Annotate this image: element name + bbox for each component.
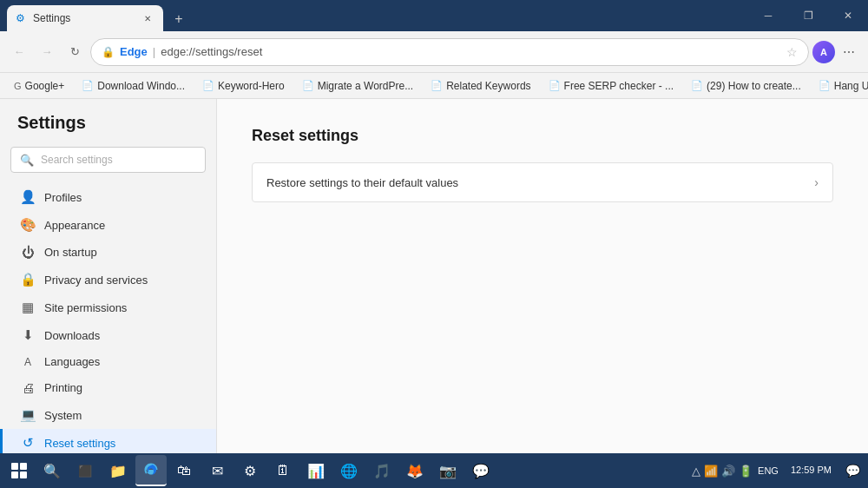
calendar-button[interactable]: 🗓 (267, 455, 299, 486)
restore-button[interactable]: ❐ (788, 0, 828, 31)
sidebar-item-label: On startup (44, 246, 97, 259)
more-options-button[interactable]: ⋯ (837, 40, 861, 64)
file-explorer-icon: 📁 (109, 463, 127, 479)
sidebar-item-appearance[interactable]: 🎨 Appearance (0, 211, 216, 239)
bookmark-migrate-wordpress[interactable]: 📄 Migrate a WordPre... (295, 78, 420, 94)
volume-icon[interactable]: 🔊 (721, 465, 735, 478)
bookmark-google-plus[interactable]: G Google+ (7, 78, 71, 94)
edge-icon (142, 461, 160, 478)
profile-avatar[interactable]: A (812, 41, 835, 63)
bookmark-download-windows[interactable]: 📄 Download Windo... (75, 78, 192, 94)
sidebar-item-site-permissions[interactable]: ▦ Site permissions (0, 293, 216, 321)
search-taskbar-button[interactable]: 🔍 (36, 455, 68, 486)
bookmark-label: (29) How to create... (707, 80, 801, 92)
sidebar-item-label: System (44, 409, 82, 422)
messenger-button[interactable]: 💬 (465, 455, 496, 486)
tab-close-button[interactable]: ✕ (141, 11, 155, 25)
battery-icon[interactable]: 🔋 (739, 465, 753, 478)
bookmark-keyword-hero[interactable]: 📄 Keyword-Hero (195, 78, 292, 94)
firefox-button[interactable]: 🦊 (399, 455, 431, 486)
bookmark-serp-checker[interactable]: 📄 Free SERP checker - ... (542, 78, 681, 94)
downloads-icon: ⬇ (20, 327, 36, 343)
camera-button[interactable]: 📷 (432, 455, 464, 486)
bookmark-icon: 📄 (202, 80, 214, 91)
refresh-button[interactable]: ↻ (62, 40, 87, 64)
address-separator: | (153, 45, 155, 58)
task-view-icon: ⬛ (78, 465, 92, 478)
close-button[interactable]: ✕ (828, 0, 868, 31)
edge-taskbar-button[interactable] (135, 455, 167, 486)
sidebar-item-on-startup[interactable]: ⏻ On startup (0, 239, 216, 266)
restore-defaults-label: Restore settings to their default values (266, 176, 458, 189)
bookmark-label: Related Keywords (446, 80, 530, 92)
mail-icon: ✉ (212, 463, 223, 479)
row-arrow-icon: › (814, 175, 819, 189)
forward-button[interactable]: → (35, 40, 59, 64)
permissions-icon: ▦ (20, 300, 36, 315)
section-title: Reset settings (252, 127, 833, 145)
new-tab-button[interactable]: + (167, 7, 191, 31)
bookmark-icon: 📄 (302, 80, 314, 91)
sidebar-item-reset-settings[interactable]: ↺ Reset settings (0, 429, 216, 453)
profiles-icon: 👤 (20, 189, 36, 205)
bookmarks-bar: G Google+ 📄 Download Windo... 📄 Keyword-… (0, 73, 868, 99)
start-icon (11, 463, 27, 478)
store-icon: 🛍 (177, 463, 191, 478)
network-icon[interactable]: 📶 (704, 465, 718, 478)
language-indicator[interactable]: ENG (754, 465, 782, 476)
restore-defaults-row[interactable]: Restore settings to their default values… (252, 162, 833, 202)
lock-icon: 🔒 (102, 46, 115, 58)
back-button[interactable]: ← (7, 40, 31, 64)
sidebar-item-label: Profiles (44, 191, 82, 204)
sidebar-item-downloads[interactable]: ⬇ Downloads (0, 321, 216, 349)
bookmark-icon: 📄 (691, 80, 703, 91)
tab-title: Settings (33, 12, 135, 24)
chrome-button[interactable]: 🌐 (333, 455, 365, 486)
bookmark-how-to-create[interactable]: 📄 (29) How to create... (684, 78, 808, 94)
settings-taskbar-button[interactable]: ⚙ (234, 455, 266, 486)
minimize-button[interactable]: ─ (748, 0, 788, 31)
main-layout: Settings 🔍 Search settings 👤 Profiles 🎨 … (0, 99, 868, 453)
active-tab[interactable]: ⚙ Settings ✕ (7, 5, 163, 31)
settings-sidebar: Settings 🔍 Search settings 👤 Profiles 🎨 … (0, 99, 217, 453)
search-settings-wrap: 🔍 Search settings (0, 147, 216, 183)
notification-button[interactable]: 💬 (840, 455, 865, 486)
bookmark-related-keywords[interactable]: 📄 Related Keywords (424, 78, 537, 94)
search-settings-input[interactable]: 🔍 Search settings (10, 147, 206, 173)
excel-button[interactable]: 📊 (300, 455, 332, 486)
sidebar-item-label: Languages (44, 355, 100, 368)
mail-button[interactable]: ✉ (201, 455, 233, 486)
bookmark-hang-ups[interactable]: 📄 Hang Ups (Want Yo... (812, 78, 868, 94)
excel-icon: 📊 (307, 463, 325, 479)
file-explorer-button[interactable]: 📁 (102, 455, 134, 486)
search-icon: 🔍 (20, 154, 34, 167)
sidebar-item-privacy[interactable]: 🔒 Privacy and services (0, 266, 216, 293)
printing-icon: 🖨 (20, 380, 36, 395)
address-input[interactable]: 🔒 Edge | edge://settings/reset ☆ (90, 38, 809, 66)
bookmark-label: Migrate a WordPre... (318, 80, 413, 92)
search-taskbar-icon: 🔍 (43, 463, 61, 479)
taskbar-clock[interactable]: 12:59 PM (784, 464, 838, 477)
sidebar-item-label: Reset settings (44, 437, 115, 450)
star-icon: ☆ (786, 45, 798, 59)
bookmark-icon: G (14, 81, 22, 91)
sidebar-item-printing[interactable]: 🖨 Printing (0, 374, 216, 401)
tab-strip: ⚙ Settings ✕ + (0, 0, 748, 31)
task-view-button[interactable]: ⬛ (69, 455, 101, 486)
camera-icon: 📷 (439, 463, 457, 479)
chrome-icon: 🌐 (340, 463, 358, 479)
spotify-button[interactable]: 🎵 (366, 455, 398, 486)
notification-icon: 💬 (845, 464, 860, 478)
edge-brand-label: Edge (120, 45, 148, 58)
sidebar-item-label: Site permissions (44, 301, 127, 314)
tray-up-icon[interactable]: △ (692, 465, 700, 478)
window-controls: ─ ❐ ✕ (748, 0, 868, 31)
start-button[interactable] (3, 455, 35, 486)
address-url: edge://settings/reset (161, 45, 778, 58)
sidebar-item-profiles[interactable]: 👤 Profiles (0, 183, 216, 211)
firefox-icon: 🦊 (406, 463, 424, 479)
sidebar-item-languages[interactable]: A Languages (0, 349, 216, 374)
bookmark-label: Download Windo... (97, 80, 185, 92)
sidebar-item-system[interactable]: 💻 System (0, 401, 216, 429)
store-button[interactable]: 🛍 (168, 455, 200, 486)
